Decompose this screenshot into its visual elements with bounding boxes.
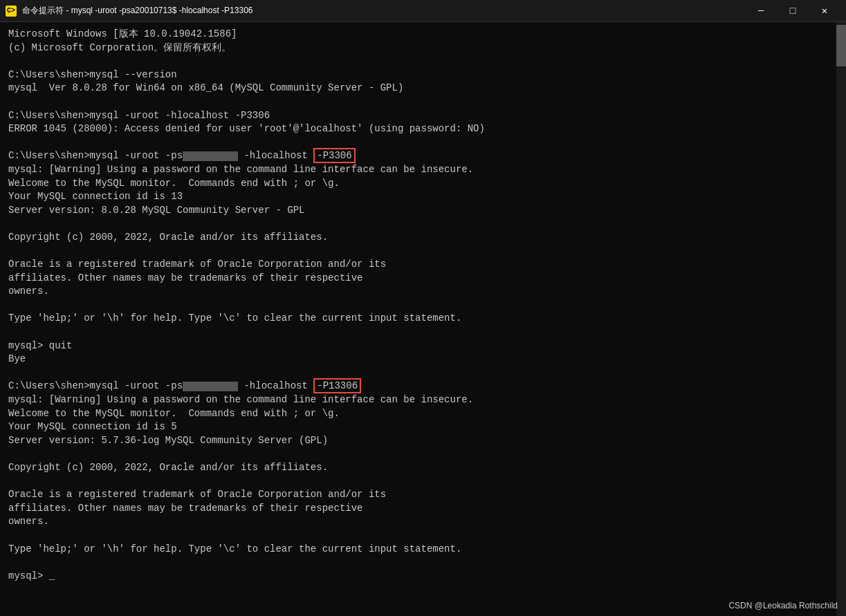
window-title: 命令提示符 - mysql -uroot -psa20010713$ -hloc… bbox=[22, 5, 745, 17]
maximize-button[interactable]: □ bbox=[777, 0, 809, 22]
terminal-line-24: mysql> quit bbox=[8, 339, 828, 353]
terminal-line-5: mysql Ver 8.0.28 for Win64 on x86_64 (My… bbox=[8, 82, 828, 95]
terminal-line-7: C:\Users\shen>mysql -uroot -hlocalhost -… bbox=[8, 109, 828, 123]
terminal-line-27: C:\Users\shen>mysql -uroot -ps -hlocalho… bbox=[8, 380, 828, 393]
terminal-line-11: mysql: [Warning] Using a password on the… bbox=[8, 163, 828, 177]
terminal-line-12: Welcome to the MySQL monitor. Commands e… bbox=[8, 177, 828, 191]
terminal-line-32 bbox=[8, 447, 828, 461]
terminal-line-16: Copyright (c) 2000, 2022, Oracle and/or … bbox=[8, 231, 828, 245]
terminal-line-9 bbox=[8, 136, 828, 150]
terminal-line-14: Server version: 8.0.28 MySQL Community S… bbox=[8, 204, 828, 218]
terminal-line-19: affiliates. Other names may be trademark… bbox=[8, 272, 828, 286]
terminal-line-34 bbox=[8, 475, 828, 489]
terminal-line-36: affiliates. Other names may be trademark… bbox=[8, 502, 828, 516]
window: C> 命令提示符 - mysql -uroot -psa20010713$ -h… bbox=[0, 0, 846, 616]
terminal-line-2: (c) Microsoft Corporation。保留所有权利。 bbox=[8, 41, 828, 55]
titlebar: C> 命令提示符 - mysql -uroot -psa20010713$ -h… bbox=[0, 0, 846, 22]
terminal-line-22: Type 'help;' or '\h' for help. Type '\c'… bbox=[8, 312, 828, 326]
terminal-line-35: Oracle is a registered trademark of Orac… bbox=[8, 488, 828, 502]
terminal-line-29: Welcome to the MySQL monitor. Commands e… bbox=[8, 407, 828, 421]
scrollbar-thumb[interactable] bbox=[836, 25, 846, 66]
terminal-line-1: Microsoft Windows [版本 10.0.19042.1586] bbox=[8, 28, 828, 41]
terminal-line-28: mysql: [Warning] Using a password on the… bbox=[8, 393, 828, 407]
terminal-line-6 bbox=[8, 95, 828, 109]
terminal-line-41: mysql> _ bbox=[8, 570, 828, 584]
watermark: CSDN @Leokadia Rothschild bbox=[728, 601, 838, 610]
terminal-output[interactable]: Microsoft Windows [版本 10.0.19042.1586](c… bbox=[0, 22, 836, 616]
terminal-line-21 bbox=[8, 299, 828, 312]
highlight-p3306: -P3306 bbox=[313, 148, 355, 163]
terminal-line-13: Your MySQL connection id is 13 bbox=[8, 190, 828, 204]
window-controls: ─ □ ✕ bbox=[745, 0, 840, 22]
terminal-line-18: Oracle is a registered trademark of Orac… bbox=[8, 258, 828, 272]
terminal-line-37: owners. bbox=[8, 515, 828, 529]
terminal-line-33: Copyright (c) 2000, 2022, Oracle and/or … bbox=[8, 461, 828, 475]
minimize-button[interactable]: ─ bbox=[745, 0, 777, 22]
terminal-line-10: C:\Users\shen>mysql -uroot -ps -hlocalho… bbox=[8, 149, 828, 163]
terminal-line-38 bbox=[8, 529, 828, 543]
terminal-line-26 bbox=[8, 366, 828, 380]
close-button[interactable]: ✕ bbox=[809, 0, 840, 22]
terminal-line-17 bbox=[8, 245, 828, 259]
terminal-line-39: Type 'help;' or '\h' for help. Type '\c'… bbox=[8, 543, 828, 557]
highlight-p13306: -P13306 bbox=[313, 378, 361, 393]
terminal-line-31: Server version: 5.7.36-log MySQL Communi… bbox=[8, 434, 828, 448]
terminal-line-15 bbox=[8, 217, 828, 231]
content-area: Microsoft Windows [版本 10.0.19042.1586](c… bbox=[0, 22, 846, 616]
terminal-line-40 bbox=[8, 556, 828, 570]
terminal-line-20: owners. bbox=[8, 285, 828, 299]
masked-password-2 bbox=[183, 382, 238, 391]
terminal-line-4: C:\Users\shen>mysql --version bbox=[8, 68, 828, 82]
masked-password-1 bbox=[183, 151, 238, 161]
terminal-line-30: Your MySQL connection id is 5 bbox=[8, 420, 828, 434]
terminal-line-3 bbox=[8, 55, 828, 68]
app-icon: C> bbox=[6, 6, 17, 17]
terminal-line-25: Bye bbox=[8, 353, 828, 366]
terminal-line-8: ERROR 1045 (28000): Access denied for us… bbox=[8, 122, 828, 136]
scrollbar[interactable] bbox=[836, 22, 846, 616]
terminal-line-23 bbox=[8, 326, 828, 339]
